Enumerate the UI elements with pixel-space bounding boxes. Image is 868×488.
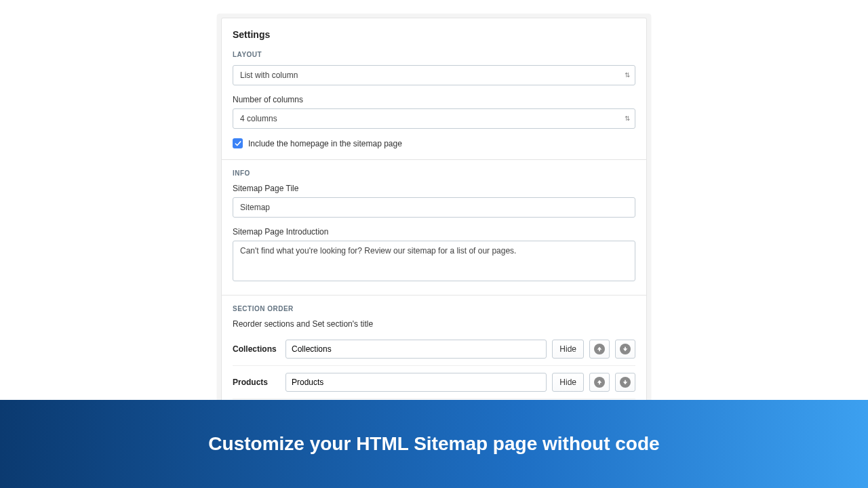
hide-button[interactable]: Hide xyxy=(552,373,584,392)
card-inner: Settings LAYOUT List with column ⇅ Numbe… xyxy=(222,18,646,458)
columns-label: Number of columns xyxy=(233,95,635,104)
layout-select-wrap: List with column ⇅ xyxy=(233,65,635,85)
order-row-input[interactable] xyxy=(285,340,547,359)
sitemap-intro-textarea[interactable] xyxy=(233,241,635,281)
layout-section-label: LAYOUT xyxy=(233,51,635,58)
check-icon xyxy=(235,140,241,147)
layout-select[interactable]: List with column xyxy=(233,65,635,85)
order-row-label: Products xyxy=(233,378,280,387)
divider xyxy=(222,295,646,296)
move-down-button[interactable] xyxy=(615,340,635,359)
move-up-button[interactable] xyxy=(589,340,610,359)
card-title: Settings xyxy=(233,29,635,40)
info-section-label: INFO xyxy=(233,169,635,177)
order-row-products: Products Hide xyxy=(233,365,635,399)
move-down-button[interactable] xyxy=(615,373,635,392)
order-row-label: Collections xyxy=(233,344,280,354)
sitemap-intro-label: Sitemap Page Introduction xyxy=(233,227,635,237)
order-row-input[interactable] xyxy=(285,373,547,392)
content-area: Settings LAYOUT List with column ⇅ Numbe… xyxy=(217,14,651,463)
section-order-sub: Reorder sections and Set section's title xyxy=(233,319,635,329)
sitemap-title-label: Sitemap Page Tile xyxy=(233,184,635,193)
columns-select-wrap: 4 columns ⇅ xyxy=(233,108,635,129)
divider xyxy=(222,159,646,160)
arrow-up-icon xyxy=(594,377,605,388)
include-homepage-row: Include the homepage in the sitemap page xyxy=(233,138,635,148)
section-order-label: SECTION ORDER xyxy=(233,305,635,312)
sitemap-title-input[interactable] xyxy=(233,197,635,218)
move-up-button[interactable] xyxy=(589,373,610,392)
include-homepage-checkbox[interactable] xyxy=(233,138,243,148)
arrow-down-icon xyxy=(620,344,631,354)
include-homepage-label: Include the homepage in the sitemap page xyxy=(248,139,402,148)
columns-select[interactable]: 4 columns xyxy=(233,108,635,129)
page-wrap: Settings LAYOUT List with column ⇅ Numbe… xyxy=(0,0,868,488)
arrow-down-icon xyxy=(620,377,631,388)
settings-card: Settings LAYOUT List with column ⇅ Numbe… xyxy=(221,18,647,459)
promo-banner: Customize your HTML Sitemap page without… xyxy=(0,400,868,488)
arrow-up-icon xyxy=(594,344,605,354)
promo-banner-text: Customize your HTML Sitemap page without… xyxy=(208,433,659,455)
hide-button[interactable]: Hide xyxy=(552,340,584,359)
order-row-collections: Collections Hide xyxy=(233,337,635,365)
